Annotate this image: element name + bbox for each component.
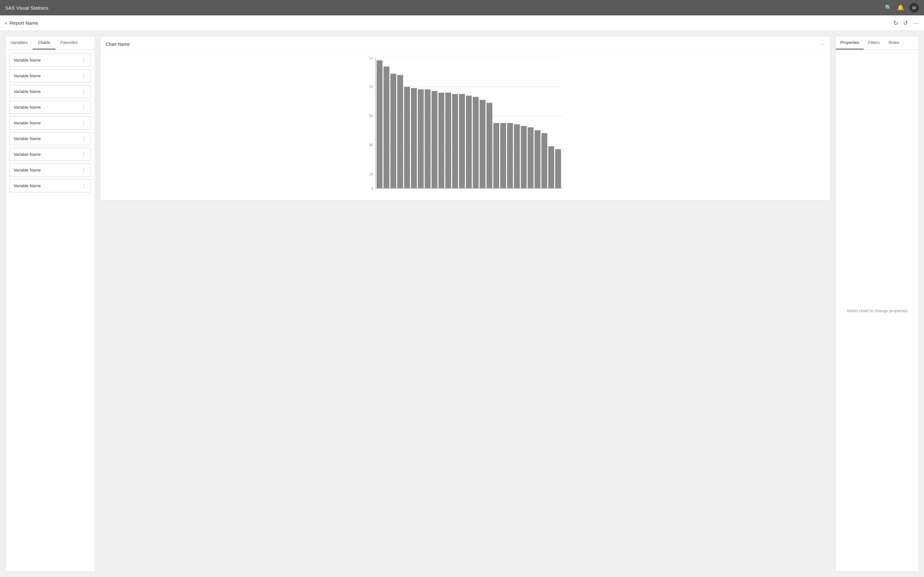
svg-rect-26 (473, 97, 479, 188)
svg-rect-25 (466, 95, 472, 188)
avatar[interactable]: M (909, 3, 919, 13)
tab-roles[interactable]: Roles (884, 36, 904, 49)
search-icon[interactable]: 🔍 (885, 4, 892, 11)
svg-rect-31 (507, 123, 513, 189)
list-item[interactable]: Variable Name ⋮ (9, 53, 91, 67)
center-panel: Chart Name ⋯ 0 10 30 (100, 36, 830, 572)
list-item[interactable]: Variable Name ⋮ (9, 132, 91, 145)
svg-rect-16 (404, 87, 410, 189)
svg-text:0: 0 (371, 187, 373, 190)
list-item[interactable]: Variable Name ⋮ (9, 148, 91, 161)
variable-menu-icon[interactable]: ⋮ (81, 57, 87, 63)
undo-button[interactable]: ↻ (893, 19, 898, 27)
chart-title: Chart Name (105, 42, 129, 47)
right-panel: Properties Filters Roles Select chart to… (835, 36, 919, 572)
svg-rect-22 (445, 93, 451, 189)
topbar-icons: 🔍 🔔 M (885, 3, 919, 13)
list-item[interactable]: Variable Name ⋮ (9, 69, 91, 82)
svg-rect-21 (439, 93, 444, 189)
list-item[interactable]: Variable Name ⋮ (9, 85, 91, 98)
svg-rect-36 (541, 133, 548, 188)
main-content: Variables Charts Favorites Variable Name… (0, 31, 924, 577)
right-panel-body: Select chart to change properties (836, 50, 919, 572)
subbar: ‹ Report Name ↻ ↺ ⋯ (0, 15, 924, 31)
variable-menu-icon[interactable]: ⋮ (81, 183, 87, 189)
svg-rect-30 (500, 123, 506, 189)
svg-rect-18 (418, 89, 423, 189)
svg-rect-17 (411, 88, 417, 189)
svg-rect-33 (521, 126, 527, 189)
back-button[interactable]: ‹ (5, 19, 7, 26)
svg-rect-29 (493, 123, 499, 189)
redo-button[interactable]: ↺ (903, 19, 908, 27)
report-name: Report Name (10, 20, 38, 26)
svg-rect-12 (376, 60, 383, 188)
list-item[interactable]: Variable Name ⋮ (9, 101, 91, 114)
variable-menu-icon[interactable]: ⋮ (81, 73, 87, 79)
subbar-left: ‹ Report Name (5, 19, 38, 26)
svg-rect-34 (528, 127, 533, 189)
svg-text:90: 90 (369, 58, 373, 60)
topbar: SAS Visual Statisics 🔍 🔔 M (0, 0, 924, 15)
svg-rect-27 (480, 100, 485, 188)
list-item[interactable]: Variable Name ⋮ (9, 163, 91, 177)
svg-rect-32 (514, 124, 520, 189)
left-panel: Variables Charts Favorites Variable Name… (5, 36, 95, 572)
svg-rect-28 (486, 103, 492, 189)
subbar-right: ↻ ↺ ⋯ (893, 19, 919, 27)
variable-list: Variable Name ⋮ Variable Name ⋮ Variable… (5, 50, 95, 196)
app-title: SAS Visual Statisics (5, 5, 48, 11)
svg-rect-23 (452, 94, 458, 189)
svg-rect-15 (397, 75, 403, 189)
tab-charts[interactable]: Charts (33, 36, 55, 49)
chart-body: 0 10 30 50 70 90 (100, 53, 830, 200)
more-options-button[interactable]: ⋯ (913, 19, 919, 27)
svg-rect-14 (391, 74, 396, 189)
tab-variables[interactable]: Variables (5, 36, 33, 49)
svg-rect-38 (555, 149, 561, 188)
variable-menu-icon[interactable]: ⋮ (81, 135, 87, 142)
svg-rect-35 (535, 130, 540, 188)
properties-hint: Select chart to change properties (840, 302, 914, 319)
svg-text:30: 30 (369, 143, 373, 147)
svg-rect-19 (425, 89, 431, 189)
svg-rect-37 (548, 146, 554, 188)
tab-properties[interactable]: Properties (836, 36, 864, 49)
right-tab-bar: Properties Filters Roles (836, 36, 919, 50)
variable-menu-icon[interactable]: ⋮ (81, 104, 87, 110)
svg-text:50: 50 (369, 114, 373, 118)
chart-header: Chart Name ⋯ (100, 36, 830, 53)
left-tab-bar: Variables Charts Favorites (5, 36, 95, 50)
svg-rect-24 (459, 94, 465, 189)
chart-card: Chart Name ⋯ 0 10 30 (100, 36, 830, 200)
svg-rect-13 (383, 67, 389, 189)
svg-text:70: 70 (369, 85, 373, 89)
variable-menu-icon[interactable]: ⋮ (81, 120, 87, 126)
chart-menu-button[interactable]: ⋯ (819, 41, 825, 48)
svg-rect-20 (431, 91, 437, 189)
variable-menu-icon[interactable]: ⋮ (81, 167, 87, 173)
tab-filters[interactable]: Filters (864, 36, 884, 49)
list-item[interactable]: Variable Name ⋮ (9, 179, 91, 192)
tab-favorites[interactable]: Favorites (55, 36, 83, 49)
variable-menu-icon[interactable]: ⋮ (81, 89, 87, 95)
list-item[interactable]: Variable Name ⋮ (9, 116, 91, 129)
bell-icon[interactable]: 🔔 (897, 4, 904, 11)
variable-menu-icon[interactable]: ⋮ (81, 151, 87, 157)
svg-text:10: 10 (369, 172, 373, 176)
bar-chart: 0 10 30 50 70 90 (103, 58, 825, 195)
